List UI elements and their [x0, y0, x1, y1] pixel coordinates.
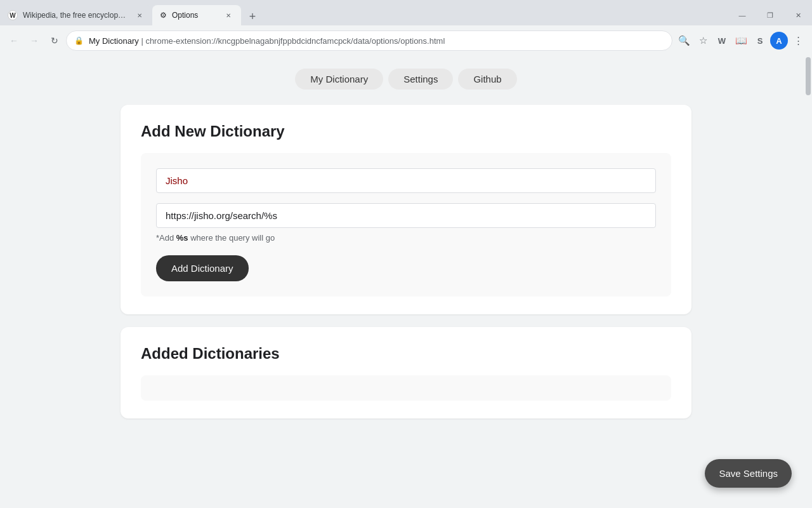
- menu-button[interactable]: ⋮: [789, 32, 807, 50]
- tab-wikipedia[interactable]: W Wikipedia, the free encyclopedia ✕: [0, 5, 152, 25]
- address-bar[interactable]: 🔒 My Dictionary | chrome-extension://knc…: [66, 30, 672, 51]
- tab-github[interactable]: Github: [458, 69, 516, 90]
- tab-my-dictionary[interactable]: My Dictionary: [295, 69, 383, 90]
- tab-options[interactable]: ⚙ Options ✕: [152, 5, 241, 25]
- add-dictionary-title: Add New Dictionary: [141, 123, 671, 140]
- tab-wikipedia-close[interactable]: ✕: [134, 10, 145, 20]
- nav-tabs: My Dictionary Settings Github: [13, 69, 799, 90]
- dictionary-url-input[interactable]: [156, 203, 656, 228]
- minimize-button[interactable]: —: [728, 5, 756, 25]
- bookmark-star-button[interactable]: ☆: [694, 32, 712, 50]
- toolbar-icons: 🔍 ☆ W 📖 S A ⋮: [675, 32, 807, 50]
- forward-button[interactable]: →: [25, 32, 43, 50]
- close-window-button[interactable]: ✕: [784, 5, 812, 25]
- dictionaries-list: [141, 375, 671, 401]
- url-hint: *Add %s where the query will go: [156, 233, 656, 243]
- browser-frame: W Wikipedia, the free encyclopedia ✕ ⚙ O…: [0, 0, 812, 56]
- bookmarks-search-button[interactable]: 🔍: [675, 32, 693, 50]
- extension-w-button[interactable]: W: [713, 32, 731, 50]
- maximize-button[interactable]: ❐: [756, 5, 784, 25]
- profile-button[interactable]: A: [770, 32, 788, 50]
- tab-settings[interactable]: Settings: [388, 69, 453, 90]
- tab-wikipedia-title: Wikipedia, the free encyclopedia: [23, 11, 129, 20]
- save-settings-button[interactable]: Save Settings: [705, 459, 792, 488]
- add-dictionary-card: Add New Dictionary *Add %s where the que…: [121, 105, 691, 314]
- add-dictionary-form: *Add %s where the query will go Add Dict…: [141, 153, 671, 297]
- options-favicon: ⚙: [160, 11, 167, 20]
- new-tab-button[interactable]: +: [244, 8, 261, 25]
- reload-button[interactable]: ↻: [46, 32, 63, 50]
- add-dictionary-button[interactable]: Add Dictionary: [156, 255, 249, 281]
- page-content: My Dictionary Settings Github Add New Di…: [0, 56, 812, 508]
- tab-bar: W Wikipedia, the free encyclopedia ✕ ⚙ O…: [0, 0, 812, 25]
- extension-s-button[interactable]: S: [751, 32, 769, 50]
- address-bar-row: ← → ↻ 🔒 My Dictionary | chrome-extension…: [0, 25, 812, 56]
- address-text: My Dictionary | chrome-extension://kncgp…: [89, 36, 664, 46]
- extension-reader-button[interactable]: 📖: [732, 32, 750, 50]
- added-dictionaries-card: Added Dictionaries: [121, 327, 691, 418]
- back-button[interactable]: ←: [5, 32, 23, 50]
- dictionary-name-input[interactable]: [156, 168, 656, 193]
- window-controls: — ❐ ✕: [728, 5, 812, 25]
- tab-options-title: Options: [172, 11, 218, 20]
- tab-options-close[interactable]: ✕: [223, 10, 233, 20]
- address-domain: My Dictionary: [89, 36, 139, 46]
- address-path: chrome-extension://kncgpbelnagabnjfppbdc…: [145, 36, 445, 46]
- lock-icon: 🔒: [74, 36, 84, 45]
- wikipedia-favicon: W: [8, 10, 18, 20]
- added-dictionaries-title: Added Dictionaries: [141, 345, 671, 363]
- url-hint-bold: %s: [176, 233, 188, 243]
